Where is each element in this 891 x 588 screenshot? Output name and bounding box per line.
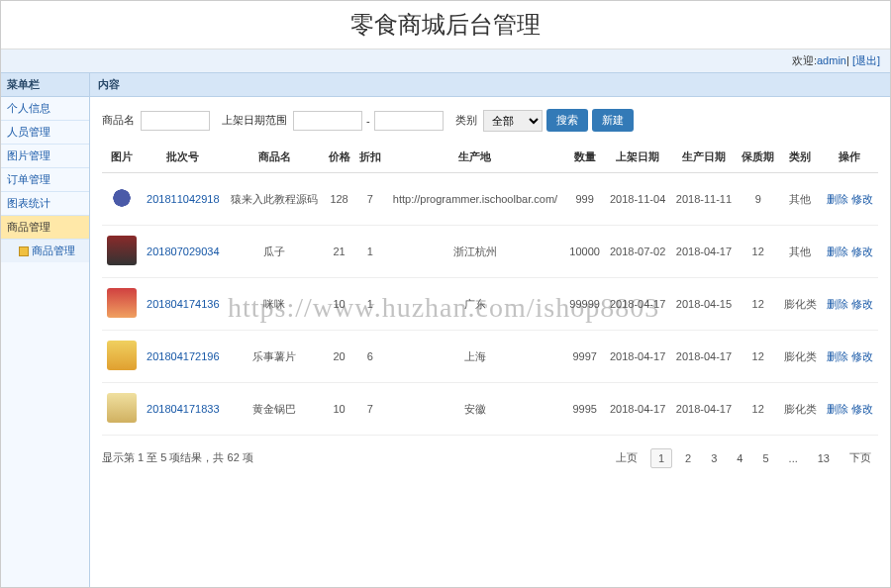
column-header: 价格 bbox=[324, 142, 354, 173]
edit-link[interactable]: 修改 bbox=[851, 403, 873, 415]
edit-link[interactable]: 修改 bbox=[851, 245, 873, 257]
username-link[interactable]: admin bbox=[817, 54, 846, 66]
product-name: 瓜子 bbox=[225, 226, 324, 278]
sidebar: 菜单栏 个人信息人员管理图片管理订单管理图表统计商品管理商品管理 bbox=[1, 73, 90, 588]
table-row: 201804172196乐事薯片206上海99972018-04-172018-… bbox=[102, 331, 878, 383]
product-thumb bbox=[107, 288, 137, 318]
content-title: 内容 bbox=[90, 73, 890, 97]
category-label: 类别 bbox=[455, 113, 477, 128]
sidebar-item[interactable]: 人员管理 bbox=[1, 121, 89, 145]
category-select[interactable]: 全部 bbox=[483, 110, 543, 132]
search-button[interactable]: 搜索 bbox=[546, 109, 588, 132]
edit-link[interactable]: 修改 bbox=[851, 193, 873, 205]
delete-link[interactable]: 删除 bbox=[827, 403, 848, 415]
column-header: 操作 bbox=[822, 142, 878, 173]
product-name: 黄金锅巴 bbox=[225, 383, 324, 436]
column-header: 商品名 bbox=[225, 142, 324, 173]
sidebar-item[interactable]: 商品管理 bbox=[1, 216, 89, 240]
column-header: 折扣 bbox=[354, 142, 385, 173]
document-icon bbox=[19, 246, 29, 256]
pager-page[interactable]: 2 bbox=[678, 449, 698, 467]
product-thumb bbox=[107, 183, 137, 213]
product-thumb bbox=[107, 393, 137, 423]
column-header: 图片 bbox=[102, 142, 142, 173]
batch-link[interactable]: 201807029034 bbox=[147, 245, 219, 257]
product-table: 图片批次号商品名价格折扣生产地数量上架日期生产日期保质期类别操作 2018110… bbox=[102, 142, 878, 436]
delete-link[interactable]: 删除 bbox=[827, 350, 848, 362]
date-from-input[interactable] bbox=[293, 111, 362, 131]
product-name: 咪咪 bbox=[225, 278, 324, 331]
pager-page[interactable]: 1 bbox=[650, 448, 672, 468]
pager-next[interactable]: 下页 bbox=[842, 447, 878, 468]
column-header: 保质期 bbox=[737, 142, 779, 173]
delete-link[interactable]: 删除 bbox=[827, 193, 848, 205]
product-name: 猿来入此教程源码 bbox=[225, 173, 324, 226]
delete-link[interactable]: 删除 bbox=[827, 298, 848, 310]
delete-link[interactable]: 删除 bbox=[827, 245, 848, 257]
date-label: 上架日期范围 bbox=[222, 113, 287, 128]
pager-page[interactable]: ... bbox=[782, 449, 805, 467]
date-to-input[interactable] bbox=[374, 111, 444, 131]
edit-link[interactable]: 修改 bbox=[851, 298, 873, 310]
column-header: 数量 bbox=[565, 142, 605, 173]
topbar: 欢迎:admin| [退出] bbox=[1, 49, 890, 73]
batch-link[interactable]: 201811042918 bbox=[147, 193, 219, 205]
name-label: 商品名 bbox=[102, 113, 135, 128]
column-header: 上架日期 bbox=[605, 142, 671, 173]
welcome-text: 欢迎: bbox=[792, 54, 817, 66]
sidebar-subitem[interactable]: 商品管理 bbox=[1, 240, 89, 262]
product-thumb bbox=[107, 236, 137, 265]
sidebar-item[interactable]: 订单管理 bbox=[1, 168, 89, 192]
edit-link[interactable]: 修改 bbox=[851, 350, 873, 362]
sidebar-item[interactable]: 个人信息 bbox=[1, 97, 89, 121]
pager-page[interactable]: 3 bbox=[704, 449, 724, 467]
page-header: 零食商城后台管理 bbox=[1, 1, 890, 49]
column-header: 生产地 bbox=[385, 142, 564, 173]
column-header: 批次号 bbox=[142, 142, 226, 173]
logout-link[interactable]: [退出] bbox=[852, 54, 880, 66]
sidebar-item[interactable]: 图表统计 bbox=[1, 192, 89, 216]
column-header: 生产日期 bbox=[671, 142, 738, 173]
pager-page[interactable]: 4 bbox=[730, 449, 749, 467]
pager-prev[interactable]: 上页 bbox=[609, 447, 644, 468]
product-name: 乐事薯片 bbox=[225, 331, 324, 383]
new-button[interactable]: 新建 bbox=[592, 109, 634, 132]
pager: 显示第 1 至 5 项结果，共 62 项 上页12345...13下页 bbox=[102, 447, 878, 468]
product-thumb bbox=[107, 341, 137, 370]
sidebar-title: 菜单栏 bbox=[1, 73, 89, 97]
name-input[interactable] bbox=[141, 111, 210, 131]
batch-link[interactable]: 201804171833 bbox=[147, 403, 219, 415]
sidebar-item[interactable]: 图片管理 bbox=[1, 145, 89, 168]
content-area: 内容 商品名 上架日期范围 - 类别 全部 搜索 新建 图片批次号商品名价格折扣… bbox=[90, 73, 890, 588]
pager-page[interactable]: 13 bbox=[811, 449, 837, 467]
batch-link[interactable]: 201804172196 bbox=[147, 350, 219, 362]
table-row: 201804171833黄金锅巴107安徽99952018-04-172018-… bbox=[102, 383, 878, 436]
column-header: 类别 bbox=[779, 142, 822, 173]
table-row: 201811042918猿来入此教程源码1287http://programme… bbox=[102, 173, 878, 226]
table-row: 201804174136咪咪101广东999992018-04-172018-0… bbox=[102, 278, 878, 331]
page-title: 零食商城后台管理 bbox=[1, 9, 890, 41]
pager-info: 显示第 1 至 5 项结果，共 62 项 bbox=[102, 450, 253, 465]
batch-link[interactable]: 201804174136 bbox=[147, 298, 219, 310]
table-row: 201807029034瓜子211浙江杭州100002018-07-022018… bbox=[102, 226, 878, 278]
filter-bar: 商品名 上架日期范围 - 类别 全部 搜索 新建 bbox=[102, 109, 878, 132]
pager-page[interactable]: 5 bbox=[755, 449, 775, 467]
